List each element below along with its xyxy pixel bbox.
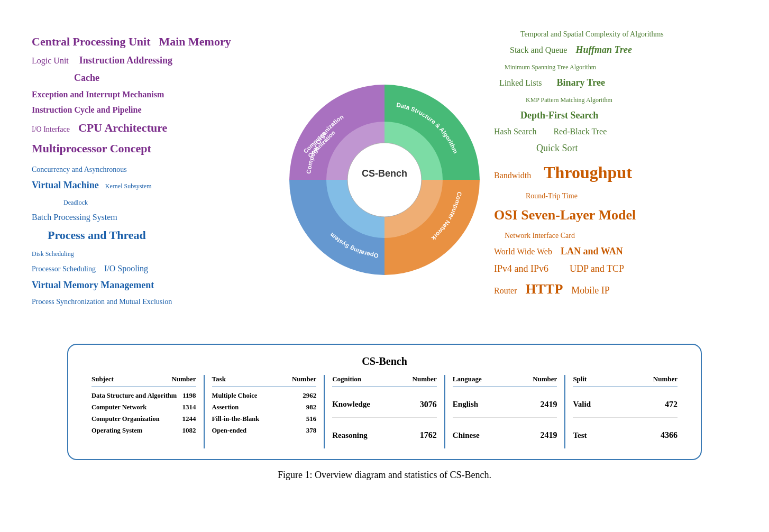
svg-text:ment: ment: [354, 277, 364, 280]
word-io-spooling: I/O Spooling: [104, 261, 148, 276]
svg-text:Layer: Layer: [428, 274, 438, 280]
table-row: Computer Organization 1244: [91, 415, 196, 423]
word-hash-search: Hash Search: [494, 124, 536, 139]
knowledge-value: 3076: [420, 400, 437, 409]
word-quick-sort: Quick Sort: [536, 140, 578, 157]
split-column: Split Number Valid 472 Test 4366: [565, 375, 685, 448]
table-row: Computer Network 1314: [91, 403, 196, 411]
svg-text:Overview: Overview: [295, 239, 306, 257]
split-number-header: Number: [653, 375, 678, 383]
split-header: Split: [573, 375, 587, 383]
word-cpu-arch: CPU Architecture: [78, 118, 167, 137]
word-concurrency: Concurrency and Asynchronous: [32, 163, 127, 176]
word-virtual-mem: Virtual Memory Management: [32, 277, 154, 293]
subject-number-header: Number: [171, 375, 196, 383]
word-proc-sync: Process Synchronization and Mutual Exclu…: [32, 296, 172, 308]
svg-text:Management: Management: [394, 279, 418, 280]
left-word-cloud: Central Processing Unit Main Memory Logi…: [32, 21, 254, 338]
word-nic: Network Interface Card: [505, 230, 575, 242]
svg-text:String: String: [461, 101, 471, 114]
word-proc-sched: Processor Scheduling: [32, 263, 96, 276]
word-stack-queue: Stack and Queue: [510, 43, 567, 57]
table-row: Operating System 1082: [91, 426, 196, 435]
word-virtual-machine: Virtual Machine: [32, 177, 99, 194]
word-temporal: Temporal and Spatial Complexity of Algor…: [520, 28, 664, 41]
svg-text:Architecture: Architecture: [482, 194, 485, 215]
reasoning-label: Reasoning: [332, 431, 368, 440]
word-linked-lists: Linked Lists: [499, 76, 542, 90]
word-cpu: Central Processing Unit: [32, 32, 150, 51]
word-process-thread: Process and Thread: [48, 225, 146, 245]
word-lan-wan: LAN and WAN: [561, 243, 623, 260]
word-kmp: KMP Pattern Matching Algorithm: [526, 95, 612, 105]
word-multiprocessor: Multiprocessor Concept: [32, 139, 151, 158]
word-http: HTTP: [526, 278, 563, 301]
word-throughput: Throughput: [544, 158, 632, 187]
word-exception: Exception and Interrupt Mechanism: [32, 87, 164, 102]
table-row: Multiple Choice 2962: [212, 391, 317, 400]
english-label: English: [453, 400, 478, 409]
word-cache: Cache: [74, 70, 99, 86]
word-www: World Wide Web: [494, 244, 552, 259]
test-value: 4366: [661, 430, 678, 440]
table-row: Open-ended 378: [212, 426, 317, 435]
cognition-column: Cognition Number Knowledge 3076 Reasonin…: [325, 375, 444, 448]
chinese-label: Chinese: [453, 431, 480, 440]
task-number-header: Number: [292, 375, 316, 383]
word-main-memory: Main Memory: [159, 32, 231, 51]
word-rbt: Red-Black Tree: [553, 124, 607, 139]
table-grid: Subject Number Data Structure and Algori…: [84, 375, 685, 448]
wheel-diagram: CS-Bench Computer Organization Computer …: [284, 79, 485, 280]
cognition-header: Cognition: [332, 375, 361, 383]
word-io-interface: I/O Interface: [32, 123, 70, 136]
cognition-number-header: Number: [413, 375, 437, 383]
word-mst: Minimum Spanning Tree Algorithm: [505, 62, 596, 72]
test-label: Test: [573, 431, 587, 440]
word-osi: OSI Seven-Layer Model: [494, 204, 636, 227]
word-huffman: Huffman Tree: [575, 42, 632, 58]
svg-text:CS-Bench: CS-Bench: [362, 168, 407, 179]
word-dfs: Depth-First Search: [520, 107, 598, 124]
word-udp-tcp: UDP and TCP: [570, 261, 624, 277]
svg-text:Linear List: Linear List: [404, 79, 423, 83]
svg-text:Trees: Trees: [473, 115, 481, 127]
valid-label: Valid: [573, 400, 591, 409]
reasoning-value: 1762: [420, 430, 437, 440]
chinese-value: 2419: [540, 430, 557, 440]
subject-column: Subject Number Data Structure and Algori…: [84, 375, 204, 448]
figure-caption: Figure 1: Overview diagram and statistic…: [278, 470, 491, 481]
word-kernel: Kernel Subsystem: [105, 181, 152, 191]
word-disk-sched: Disk Scheduling: [32, 249, 74, 259]
word-deadlock: Deadlock: [32, 197, 88, 208]
knowledge-label: Knowledge: [332, 400, 370, 409]
word-router: Router: [494, 283, 517, 298]
svg-text:Overview: Overview: [340, 79, 358, 82]
stats-table: CS-Bench Subject Number Data Structure a…: [67, 344, 702, 460]
table-row: Data Structure and Algorithm 1198: [91, 391, 196, 400]
valid-value: 472: [665, 400, 678, 409]
word-rtt: Round-Trip Time: [526, 190, 578, 203]
right-word-cloud: Temporal and Spatial Complexity of Algor…: [494, 21, 737, 338]
word-instr-cycle: Instruction Cycle and Pipeline: [32, 103, 142, 117]
main-container: Central Processing Unit Main Memory Logi…: [32, 21, 737, 481]
table-row: Fill-in-the-Blank 516: [212, 415, 317, 423]
task-column: Task Number Multiple Choice 2962 Asserti…: [205, 375, 324, 448]
table-row: Assertion 982: [212, 403, 317, 411]
word-logic-unit: Logic Unit: [32, 53, 69, 68]
language-column: Language Number English 2419 Chinese 241…: [445, 375, 565, 448]
word-batch: Batch Processing System: [32, 210, 117, 224]
word-instruction-addr: Instruction Addressing: [79, 52, 172, 69]
diagram-section: Central Processing Unit Main Memory Logi…: [32, 21, 737, 338]
language-header: Language: [453, 375, 482, 383]
english-value: 2419: [540, 400, 557, 409]
svg-text:Graph: Graph: [483, 133, 485, 146]
word-mobile-ip: Mobile IP: [571, 282, 610, 299]
subject-header: Subject: [91, 375, 114, 383]
task-header: Task: [212, 375, 226, 383]
svg-point-0: [347, 143, 422, 217]
word-binary-tree: Binary Tree: [556, 75, 605, 91]
word-ipv4-ipv6: IPv4 and IPv6: [494, 261, 548, 277]
table-title: CS-Bench: [84, 355, 685, 368]
language-number-header: Number: [533, 375, 557, 383]
word-bandwidth: Bandwidth: [494, 168, 531, 182]
